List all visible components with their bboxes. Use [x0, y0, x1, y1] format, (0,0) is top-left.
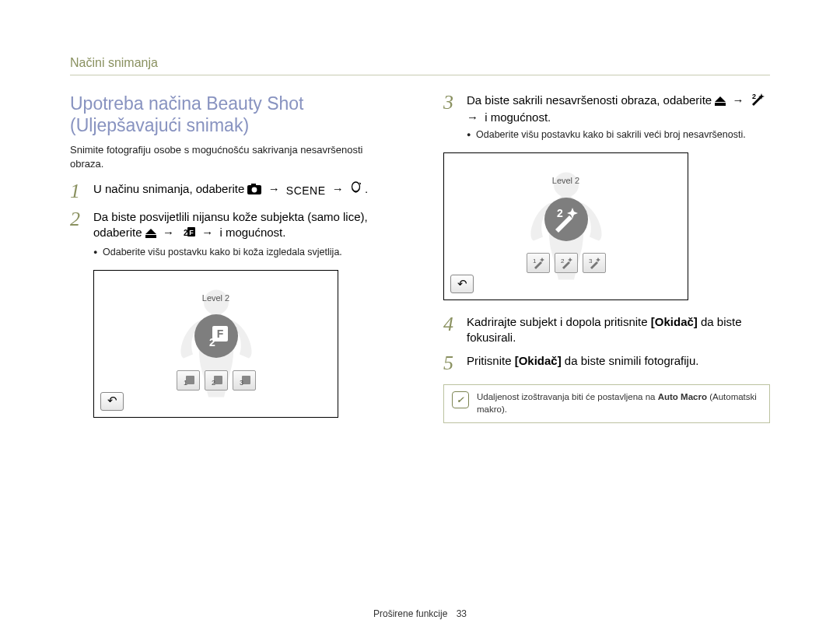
note-text: Udaljenost izoštravanja biti će postavlj… — [477, 392, 658, 401]
step-text: da biste snimili fotografiju. — [562, 354, 699, 367]
step-number: 4 — [443, 314, 459, 346]
footer-label: Proširene funkcije — [373, 608, 447, 619]
step-subnote: Odaberite višu postavku kako bi sakrili … — [467, 128, 770, 142]
retouch-icon: 2 — [751, 93, 765, 110]
svg-point-2 — [252, 187, 257, 193]
screen-diagram-face-tone: Level 2 F2 1 2 3 ↶ — [93, 270, 338, 418]
note-body: Udaljenost izoštravanja biti će postavlj… — [477, 391, 761, 415]
scene-icon: SCENE — [286, 184, 326, 198]
step-4: 4 Kadrirajte subjekt i dopola pritisnite… — [443, 314, 770, 346]
svg-text:1: 1 — [533, 257, 537, 264]
step-number: 2 — [70, 209, 86, 258]
camera-mode-icon — [247, 183, 261, 198]
svg-rect-1 — [251, 184, 256, 186]
level-option-1[interactable]: 1 — [527, 253, 550, 273]
shutter-label: [Okidač] — [515, 354, 562, 367]
svg-text:3: 3 — [240, 379, 243, 386]
note-box: ✓ Udaljenost izoštravanja biti će postav… — [443, 384, 770, 422]
intro-text: Snimite fotografiju osobe s mogućnošću s… — [70, 143, 397, 170]
left-column: Upotreba načina Beauty Shot (Uljepšavaju… — [70, 93, 397, 432]
svg-text:2: 2 — [557, 207, 563, 219]
section-header: Načini snimanja — [70, 54, 770, 75]
step-text: i mogućnost. — [485, 110, 551, 124]
svg-text:F: F — [189, 229, 194, 236]
arrow-icon: → — [329, 182, 347, 195]
page-footer: Proširene funkcije 33 — [373, 608, 467, 620]
face-tone-icon: F2 — [180, 226, 195, 242]
menu-up-icon — [145, 226, 156, 242]
svg-text:2: 2 — [212, 379, 215, 386]
svg-marker-19 — [715, 96, 726, 102]
step-text: . — [365, 182, 368, 195]
level-label: Level 2 — [202, 292, 229, 304]
note-bold: Auto Macro — [658, 392, 707, 401]
step-text: Pritisnite — [467, 354, 515, 367]
svg-text:2: 2 — [184, 229, 188, 237]
svg-rect-5 — [145, 235, 156, 238]
screen-diagram-retouch: Level 2 2 1 2 3 ↶ — [443, 152, 688, 300]
svg-text:3: 3 — [589, 257, 593, 264]
svg-marker-4 — [145, 229, 156, 234]
step-text: Kadrirajte subjekt i dopola pritisnite — [467, 315, 651, 328]
step-body: Kadrirajte subjekt i dopola pritisnite [… — [467, 314, 770, 346]
level-option-3[interactable]: 3 — [233, 370, 256, 391]
level-option-3[interactable]: 3 — [583, 253, 606, 273]
step-number: 3 — [443, 93, 459, 142]
step-body: Da biste sakrili nesavršenosti obraza, o… — [467, 93, 770, 142]
step-body: Pritisnite [Okidač] da biste snimili fot… — [467, 353, 770, 373]
steps-right: 3 Da biste sakrili nesavršenosti obraza,… — [443, 93, 770, 142]
level-label: Level 2 — [552, 175, 579, 187]
step-text: U načinu snimanja, odaberite — [93, 182, 247, 195]
shutter-label: [Okidač] — [651, 315, 698, 328]
step-subnote: Odaberite višu postavku kako bi koža izg… — [93, 246, 397, 259]
svg-text:2: 2 — [561, 257, 565, 264]
level-options: 1 2 3 — [527, 253, 606, 273]
step-3: 3 Da biste sakrili nesavršenosti obraza,… — [443, 93, 770, 142]
right-column: 3 Da biste sakrili nesavršenosti obraza,… — [443, 93, 770, 432]
step-number: 1 — [70, 181, 86, 201]
content-columns: Upotreba načina Beauty Shot (Uljepšavaju… — [70, 93, 770, 432]
step-text: Da biste sakrili nesavršenosti obraza, o… — [467, 93, 715, 107]
step-body: U načinu snimanja, odaberite → SCENE → . — [93, 181, 397, 201]
level-options: 1 2 3 — [177, 370, 256, 391]
step-2: 2 Da biste posvijetlili nijansu kože sub… — [70, 209, 397, 258]
steps-left: 1 U načinu snimanja, odaberite → SCENE →… — [70, 181, 397, 258]
arrow-icon: → — [730, 93, 747, 107]
svg-text:2: 2 — [209, 336, 215, 348]
beauty-shot-icon — [350, 181, 362, 198]
arrow-icon: → — [159, 226, 177, 239]
svg-rect-20 — [715, 103, 726, 106]
arrow-icon: → — [198, 226, 216, 239]
page-title: Upotreba načina Beauty Shot (Uljepšavaju… — [70, 93, 397, 138]
level-option-2[interactable]: 2 — [205, 370, 228, 391]
step-text: i mogućnost. — [219, 226, 285, 239]
step-5: 5 Pritisnite [Okidač] da biste snimili f… — [443, 353, 770, 373]
arrow-icon: → — [265, 182, 283, 195]
menu-up-icon — [715, 94, 726, 110]
retouch-level-icon: 2 — [544, 198, 588, 241]
svg-text:F: F — [216, 328, 223, 340]
arrow-icon: → — [467, 110, 481, 124]
svg-text:2: 2 — [752, 93, 756, 100]
steps-right-continued: 4 Kadrirajte subjekt i dopola pritisnite… — [443, 314, 770, 374]
level-option-1[interactable]: 1 — [177, 370, 200, 391]
step-1: 1 U načinu snimanja, odaberite → SCENE →… — [70, 181, 397, 201]
svg-text:1: 1 — [184, 379, 187, 386]
back-button[interactable]: ↶ — [450, 275, 474, 293]
level-option-2[interactable]: 2 — [555, 253, 578, 273]
page-number: 33 — [457, 608, 467, 619]
step-body: Da biste posvijetlili nijansu kože subje… — [93, 209, 397, 258]
step-number: 5 — [443, 353, 459, 373]
back-button[interactable]: ↶ — [100, 392, 124, 411]
note-icon: ✓ — [452, 391, 469, 408]
face-tone-level-icon: F2 — [194, 314, 238, 358]
